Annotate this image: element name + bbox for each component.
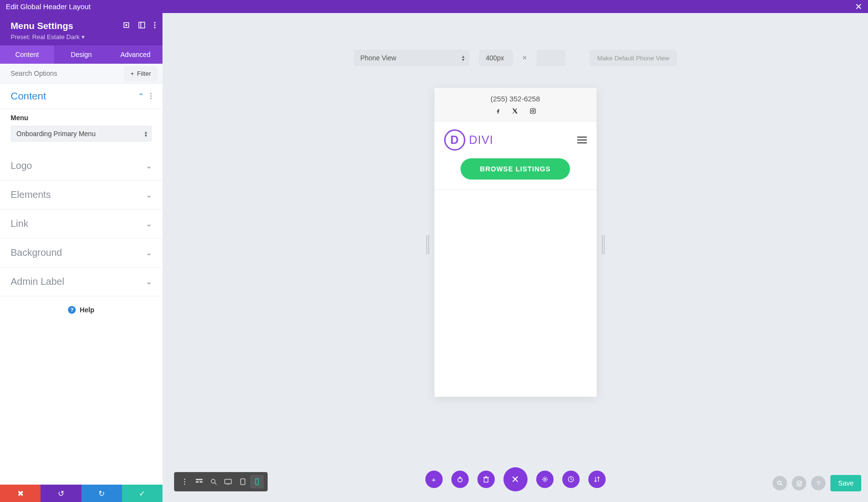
svg-point-15: [184, 484, 186, 485]
svg-point-4: [154, 22, 156, 24]
section-content-body: Menu Onboarding Primary Menu ▴▾: [0, 109, 163, 152]
facebook-icon[interactable]: [495, 108, 502, 114]
section-link[interactable]: Link ⌄: [0, 209, 163, 238]
sort-button[interactable]: [588, 471, 606, 488]
svg-rect-27: [484, 478, 488, 482]
svg-rect-24: [256, 479, 258, 485]
search-input[interactable]: [0, 64, 124, 83]
sidebar-header: Menu Settings Preset: Real Estate Dark ▾: [0, 13, 163, 45]
view-mode-select[interactable]: Phone View ▴▾: [353, 50, 469, 66]
svg-point-32: [778, 481, 781, 485]
history-button[interactable]: [562, 471, 580, 488]
preset-selector[interactable]: Preset: Real Estate Dark ▾: [11, 33, 152, 41]
wireframe-view-icon[interactable]: [192, 475, 206, 488]
preview-topbar: (255) 352-6258: [434, 88, 597, 122]
hamburger-icon[interactable]: [577, 137, 587, 143]
logo-circle: D: [444, 129, 465, 151]
preview-body: [434, 189, 597, 397]
svg-point-5: [154, 25, 156, 26]
close-icon[interactable]: ✕: [855, 1, 862, 12]
power-button[interactable]: [451, 471, 469, 488]
save-button[interactable]: Save: [830, 475, 861, 491]
phone-view-icon[interactable]: [250, 475, 264, 488]
section-background[interactable]: Background ⌄: [0, 238, 163, 267]
tab-design[interactable]: Design: [54, 45, 108, 64]
svg-point-6: [154, 27, 156, 28]
sidebar-bottom-actions: ✖ ↺ ↻ ✓: [0, 485, 163, 502]
phone-number: (255) 352-6258: [441, 95, 590, 103]
svg-line-20: [215, 483, 217, 485]
instagram-icon[interactable]: [529, 108, 536, 114]
divi-logo[interactable]: D DIVI: [444, 129, 494, 151]
svg-rect-18: [200, 481, 203, 483]
caret-down-icon: ▾: [81, 33, 85, 41]
height-input[interactable]: [536, 50, 565, 66]
svg-point-1: [125, 24, 127, 26]
responsive-icon[interactable]: [123, 22, 130, 28]
tablet-view-icon[interactable]: [236, 475, 249, 488]
logo-text: DIVI: [469, 133, 494, 147]
svg-rect-17: [196, 481, 199, 483]
menu-select[interactable]: Onboarding Primary Menu ▴▾: [11, 126, 152, 142]
svg-point-12: [534, 109, 534, 110]
zoom-icon[interactable]: [207, 475, 220, 488]
section-elements[interactable]: Elements ⌄: [0, 181, 163, 209]
section-logo[interactable]: Logo ⌄: [0, 152, 163, 181]
social-icons: [441, 108, 590, 114]
chevron-down-icon: ⌄: [146, 219, 152, 228]
help-icon: ?: [68, 306, 76, 314]
settings-sidebar: Menu Settings Preset: Real Estate Dark ▾…: [0, 13, 163, 502]
svg-point-14: [184, 481, 186, 483]
help-link[interactable]: ? Help: [0, 296, 163, 323]
more-vertical-icon[interactable]: [150, 93, 152, 99]
canvas-top-controls: Phone View ▴▾ × Make Default Phone View: [353, 50, 677, 66]
view-toolbar: [174, 472, 268, 491]
width-input[interactable]: [479, 50, 513, 66]
svg-point-30: [544, 478, 546, 480]
tab-content[interactable]: Content: [0, 45, 54, 64]
settings-button[interactable]: [536, 471, 554, 488]
layers-circle-button[interactable]: [792, 476, 806, 490]
svg-point-11: [531, 110, 534, 112]
bottom-right-actions: ? Save: [773, 475, 861, 491]
select-arrows-icon: ▴▾: [462, 55, 464, 61]
desktop-view-icon[interactable]: [221, 475, 235, 488]
add-button[interactable]: +: [425, 471, 443, 488]
svg-point-8: [150, 96, 152, 97]
filter-button[interactable]: + Filter: [124, 66, 158, 81]
toolbar-more-icon[interactable]: [178, 475, 191, 488]
svg-rect-21: [225, 479, 231, 484]
settings-tabs: Content Design Advanced: [0, 45, 163, 64]
tab-advanced[interactable]: Advanced: [108, 45, 163, 64]
discard-button[interactable]: ✖: [0, 485, 41, 502]
resize-handle-right[interactable]: [602, 235, 605, 254]
chevron-down-icon: ⌄: [146, 161, 152, 170]
svg-line-33: [781, 484, 782, 486]
undo-button[interactable]: ↺: [41, 485, 81, 502]
canvas: Phone View ▴▾ × Make Default Phone View …: [163, 13, 868, 502]
svg-rect-2: [139, 22, 145, 28]
builder-actions: + ✕: [425, 467, 606, 491]
plus-icon: +: [131, 70, 135, 77]
search-circle-button[interactable]: [773, 476, 787, 490]
chevron-down-icon: ⌄: [146, 277, 152, 286]
svg-point-13: [184, 479, 186, 480]
confirm-button[interactable]: ✓: [122, 485, 163, 502]
search-row: + Filter: [0, 64, 163, 84]
section-content-header[interactable]: Content ⌃: [0, 84, 163, 109]
browse-listings-button[interactable]: BROWSE LISTINGS: [461, 158, 570, 180]
resize-handle-left[interactable]: [426, 235, 429, 254]
x-twitter-icon[interactable]: [512, 108, 519, 114]
close-builder-button[interactable]: ✕: [503, 467, 528, 491]
trash-button[interactable]: [477, 471, 495, 488]
section-admin-label[interactable]: Admin Label ⌄: [0, 267, 163, 296]
redo-button[interactable]: ↻: [81, 485, 122, 502]
more-vertical-icon[interactable]: [154, 22, 156, 28]
svg-point-19: [211, 479, 215, 483]
help-circle-button[interactable]: ?: [811, 476, 826, 490]
select-arrows-icon: ▴▾: [145, 130, 147, 137]
dimension-separator: ×: [522, 54, 527, 62]
make-default-button[interactable]: Make Default Phone View: [589, 50, 677, 66]
chevron-up-icon: ⌃: [138, 92, 144, 101]
expand-icon[interactable]: [138, 22, 145, 28]
